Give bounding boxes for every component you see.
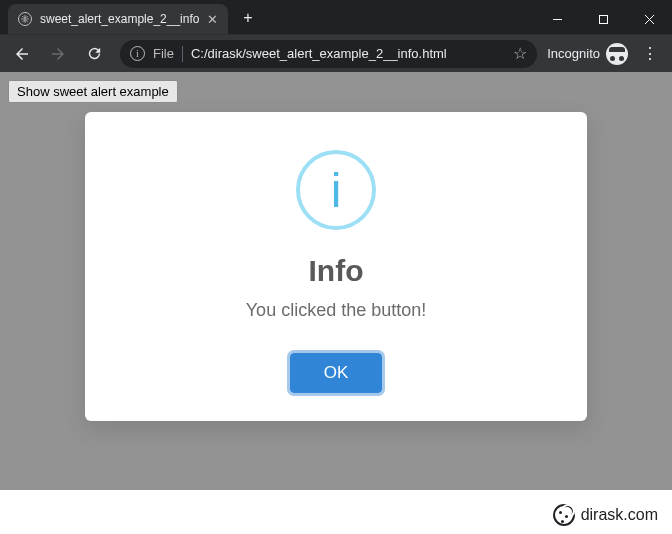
browser-window: sweet_alert_example_2__info.htm ✕ + [0,0,672,490]
page-content: Show sweet alert example i Info You clic… [0,72,672,490]
cookie-icon [553,504,575,526]
incognito-indicator[interactable]: Incognito [547,43,628,65]
svg-rect-1 [599,15,607,23]
minimize-button[interactable] [534,4,580,34]
site-info-icon[interactable]: i [130,46,145,61]
tabs-row: sweet_alert_example_2__info.htm ✕ + [0,0,262,34]
browser-toolbar: i File C:/dirask/sweet_alert_example_2__… [0,34,672,72]
info-icon-letter: i [331,163,342,218]
new-tab-button[interactable]: + [234,4,262,32]
info-icon: i [296,150,376,230]
back-button[interactable] [6,38,38,70]
tab-title: sweet_alert_example_2__info.htm [40,12,199,26]
ok-button[interactable]: OK [290,353,383,393]
browser-tab[interactable]: sweet_alert_example_2__info.htm ✕ [8,4,228,34]
window-controls [534,4,672,34]
address-bar[interactable]: i File C:/dirask/sweet_alert_example_2__… [120,40,537,68]
bookmark-star-icon[interactable]: ☆ [513,44,527,63]
brand-name: dirask.com [581,506,658,524]
page-viewport: Show sweet alert example i Info You clic… [0,72,672,490]
sweet-alert-modal: i Info You clicked the button! OK [85,112,587,421]
globe-icon [18,12,32,26]
modal-message: You clicked the button! [246,300,426,321]
separator [182,46,183,62]
browser-menu-button[interactable]: ⋮ [634,38,666,70]
reload-button[interactable] [78,38,110,70]
incognito-icon [606,43,628,65]
forward-button[interactable] [42,38,74,70]
url-scheme: File [153,46,174,61]
incognito-label: Incognito [547,46,600,61]
modal-title: Info [309,254,364,288]
brand-watermark: dirask.com [553,504,658,526]
titlebar: sweet_alert_example_2__info.htm ✕ + [0,0,672,34]
modal-overlay[interactable]: Show sweet alert example i Info You clic… [0,72,672,490]
close-window-button[interactable] [626,4,672,34]
toolbar-right: Incognito ⋮ [547,38,666,70]
url-text: C:/dirask/sweet_alert_example_2__info.ht… [191,46,505,61]
close-tab-icon[interactable]: ✕ [207,13,218,26]
maximize-button[interactable] [580,4,626,34]
show-alert-button[interactable]: Show sweet alert example [8,80,178,103]
